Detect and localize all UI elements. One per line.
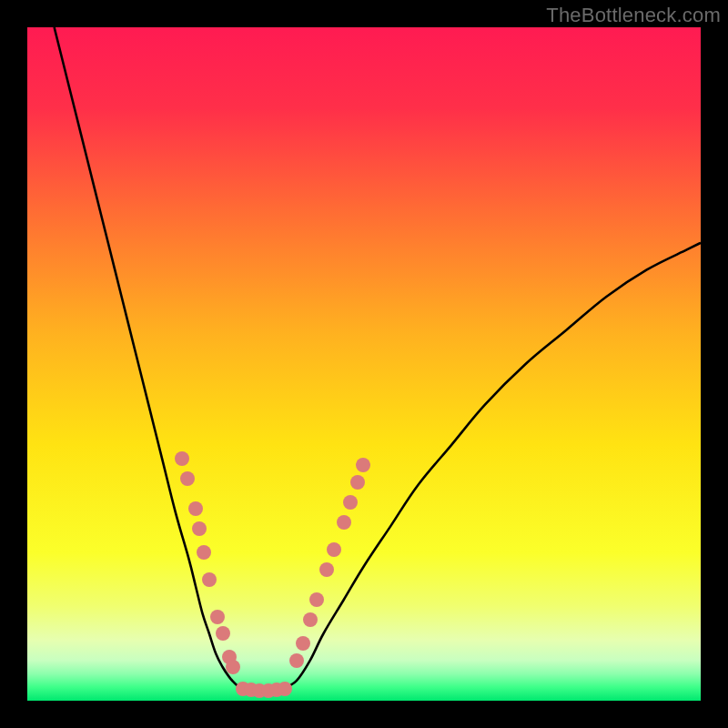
marker-left <box>226 660 240 674</box>
marker-left <box>216 626 230 641</box>
curve-layer <box>27 27 701 701</box>
marker-bottom <box>278 682 292 696</box>
marker-right <box>337 515 351 530</box>
marker-right <box>356 458 370 472</box>
marker-left <box>188 501 203 516</box>
marker-left <box>192 521 207 536</box>
marker-left <box>202 572 217 587</box>
marker-right <box>319 562 334 577</box>
marker-right <box>327 542 341 557</box>
plot-area <box>27 27 701 701</box>
watermark-text: TheBottleneck.com <box>546 4 721 27</box>
chart-frame: TheBottleneck.com <box>0 0 728 728</box>
marker-right <box>296 636 310 651</box>
marker-left <box>210 610 225 624</box>
right-branch-curve <box>283 243 701 689</box>
marker-left <box>175 451 189 466</box>
marker-right <box>343 495 358 510</box>
marker-right <box>309 592 324 607</box>
marker-left <box>180 471 195 486</box>
marker-right <box>289 653 304 668</box>
left-branch-curve <box>55 27 243 689</box>
marker-left <box>197 545 211 560</box>
marker-right <box>350 475 365 490</box>
marker-right <box>303 612 318 627</box>
